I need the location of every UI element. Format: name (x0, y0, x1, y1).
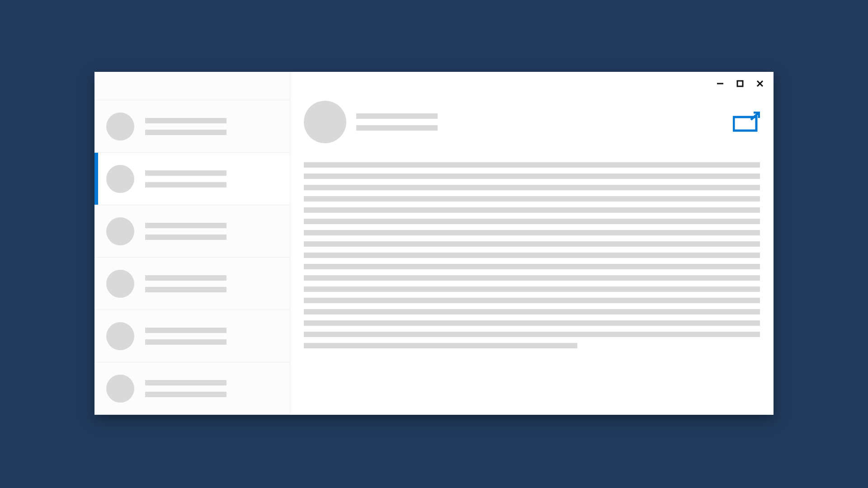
placeholder-line (145, 118, 226, 123)
placeholder-line (304, 230, 760, 235)
placeholder-line (304, 219, 760, 224)
reading-pane (290, 72, 774, 415)
placeholder-line (145, 275, 226, 281)
placeholder-line (304, 320, 760, 326)
selection-indicator (94, 153, 98, 205)
placeholder-line (304, 196, 760, 202)
close-icon (756, 80, 764, 88)
sender-text-placeholder (356, 113, 438, 131)
placeholder-line (304, 207, 760, 213)
open-external-button[interactable] (733, 112, 760, 132)
placeholder-line (145, 130, 226, 135)
minimize-button[interactable] (715, 78, 726, 89)
open-external-icon (733, 112, 760, 132)
placeholder-line (304, 309, 760, 314)
item-text-placeholder (145, 170, 226, 188)
placeholder-line (145, 170, 226, 176)
maximize-button[interactable] (735, 78, 745, 89)
avatar (106, 113, 134, 141)
avatar (106, 165, 134, 193)
placeholder-line (304, 298, 760, 303)
minimize-icon (716, 80, 724, 88)
placeholder-line (304, 241, 760, 247)
svg-rect-1 (737, 81, 743, 86)
list-item[interactable] (94, 362, 290, 415)
sender-avatar (304, 101, 346, 143)
list-item[interactable] (94, 100, 290, 153)
close-button[interactable] (755, 78, 765, 89)
placeholder-line (304, 174, 760, 179)
item-text-placeholder (145, 223, 226, 240)
list-item[interactable] (94, 310, 290, 362)
list-item[interactable] (94, 205, 290, 258)
placeholder-line (145, 328, 226, 333)
placeholder-line (304, 275, 760, 281)
message-list (94, 72, 290, 415)
placeholder-line (304, 286, 760, 292)
message-header (304, 101, 438, 143)
item-text-placeholder (145, 275, 226, 292)
placeholder-line (145, 223, 226, 228)
placeholder-line (356, 125, 438, 131)
item-text-placeholder (145, 380, 226, 397)
list-item[interactable] (94, 153, 290, 205)
placeholder-line (145, 380, 226, 385)
placeholder-line (145, 392, 226, 397)
placeholder-line (304, 162, 760, 168)
list-item[interactable] (94, 258, 290, 310)
sidebar-header (94, 72, 290, 100)
app-window (94, 72, 774, 415)
placeholder-line (304, 332, 760, 337)
placeholder-line (304, 264, 760, 269)
item-text-placeholder (145, 328, 226, 345)
avatar (106, 270, 134, 298)
placeholder-line (145, 182, 226, 188)
placeholder-line (145, 339, 226, 345)
avatar (106, 375, 134, 403)
avatar (106, 322, 134, 350)
placeholder-line (304, 343, 577, 348)
placeholder-line (304, 185, 760, 190)
window-controls (715, 78, 765, 89)
placeholder-line (145, 235, 226, 240)
placeholder-line (304, 253, 760, 258)
maximize-icon (736, 80, 744, 88)
item-text-placeholder (145, 118, 226, 135)
placeholder-line (145, 287, 226, 292)
placeholder-line (356, 113, 438, 119)
avatar (106, 217, 134, 245)
message-body (304, 162, 760, 348)
